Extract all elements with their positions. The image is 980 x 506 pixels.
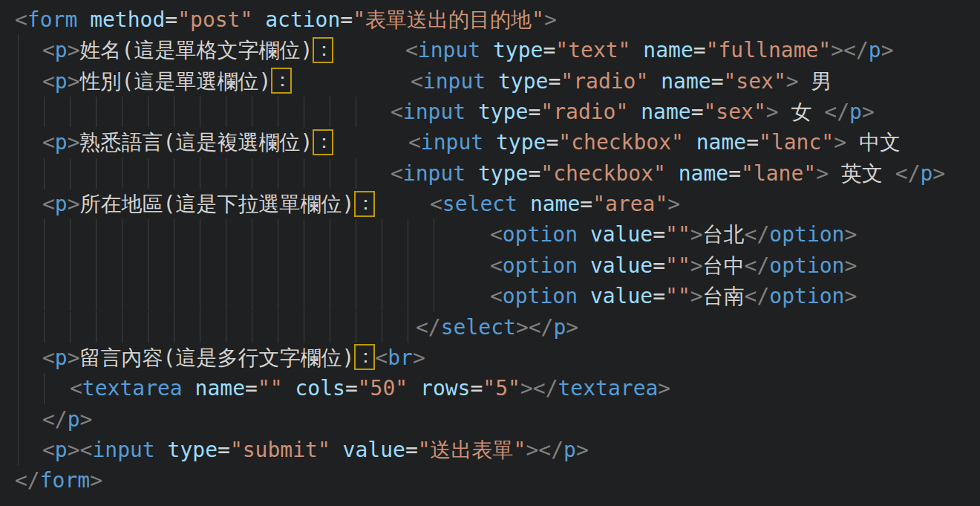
code-token: = [548, 69, 561, 94]
code-token: "" [258, 376, 283, 400]
code-token [648, 69, 661, 94]
code-token: > [690, 284, 703, 308]
code-token: option [769, 222, 844, 247]
code-token [684, 130, 696, 155]
code-token: > [881, 38, 894, 62]
code-token: < [375, 346, 388, 370]
code-token: 姓名(這是單格文字欄位) [80, 38, 313, 62]
code-segment: <input type="text" name="fullname"></p> [405, 35, 894, 65]
code-token: 中文 [846, 130, 901, 155]
code-segment: </form> [15, 465, 102, 496]
code-token: p [921, 161, 933, 186]
code-token: > [413, 346, 425, 370]
code-token: type [496, 130, 546, 155]
code-token: = [165, 7, 177, 32]
code-segment: <select name="area"> [430, 189, 680, 219]
code-line-9: <option value="">台中</option> [0, 250, 980, 281]
code-token: = [691, 100, 704, 124]
code-line-1: <form method="post" action="表單送出的目的地"> [0, 4, 980, 35]
code-token: option [503, 253, 578, 278]
code-token: > [690, 222, 703, 247]
code-token [183, 376, 195, 400]
code-token [330, 438, 343, 462]
code-segment: <option value="">台中</option> [490, 250, 857, 281]
code-token: = [693, 38, 706, 62]
code-line-14: </p> [0, 404, 980, 435]
code-segment: <form method="post" action="表單送出的目的地"> [15, 4, 557, 35]
code-line-12: <p>留言內容(這是多行文字欄位)：<br> [0, 343, 980, 373]
code-token: name [195, 376, 245, 400]
code-token [578, 222, 590, 247]
code-token [666, 161, 679, 186]
code-line-6: <input type="checkbox" name="lane"> 英文 <… [0, 158, 980, 189]
code-token: "sex" [703, 100, 765, 124]
code-token [630, 38, 643, 62]
code-token: "checkbox" [558, 130, 684, 155]
code-token [408, 376, 420, 400]
code-line-3: <p>性別(這是單選欄位)：<input type="radio" name="… [0, 66, 980, 97]
code-token: value [590, 222, 653, 247]
code-token: = [653, 253, 665, 278]
code-token: < [391, 161, 403, 186]
code-token: action [265, 7, 340, 32]
code-token: type [478, 100, 528, 124]
code-token: "submit" [230, 438, 330, 462]
code-token: option [769, 253, 844, 278]
code-token: > [844, 284, 857, 308]
code-token [283, 376, 295, 400]
code-token: > [862, 100, 875, 124]
code-segment: <p>姓名(這是單格文字欄位)： [42, 35, 333, 65]
unicode-highlight-colon: ： [271, 68, 292, 94]
code-token: input [421, 130, 483, 155]
code-token: p [55, 438, 68, 462]
code-token: < [391, 100, 403, 124]
indent-guides [18, 373, 48, 403]
code-segment: <textarea name="" cols="50" rows="5"></t… [70, 373, 670, 403]
code-token: > [786, 69, 799, 94]
unicode-highlight-colon: ： [313, 129, 333, 155]
code-segment: <input type="radio" name="sex"> 女 </p> [391, 97, 875, 127]
code-editor[interactable]: <form method="post" action="表單送出的目的地"><p… [0, 0, 980, 506]
code-token: "post" [177, 7, 252, 32]
code-token: > [80, 407, 93, 432]
unicode-highlight-colon: ： [354, 344, 375, 370]
code-token: < [42, 69, 55, 94]
code-token: input [423, 69, 486, 94]
indent-guides [18, 281, 445, 311]
code-token: "fullname" [706, 38, 832, 62]
code-token: "" [665, 253, 690, 278]
code-token: < [70, 376, 82, 400]
code-token: "checkbox" [540, 161, 666, 186]
code-token: 台北 [703, 222, 745, 247]
code-token: "" [665, 222, 690, 247]
code-segment: </p> [42, 404, 92, 435]
code-token: = [746, 130, 759, 155]
code-token: 所在地區(這是下拉選單欄位) [80, 192, 355, 216]
code-token: type [498, 69, 548, 94]
code-token: p [68, 407, 80, 432]
code-segment: <input type="checkbox" name="lanc"> 中文 [408, 127, 901, 158]
code-segment: <p>留言內容(這是多行文字欄位)：<br> [42, 343, 425, 373]
code-line-11: </select></p> [0, 312, 980, 343]
code-token [517, 192, 530, 216]
code-token: textarea [558, 376, 659, 400]
code-token: ></ [520, 376, 558, 400]
code-token: < [408, 130, 421, 155]
code-token: < [42, 38, 55, 62]
code-token: "" [665, 284, 690, 308]
code-token: option [769, 284, 844, 308]
indent-guides [18, 250, 445, 281]
code-token: = [543, 38, 555, 62]
code-token: > [544, 7, 557, 32]
code-token: name [661, 69, 710, 94]
code-token: p [55, 130, 68, 155]
code-token: value [343, 438, 405, 462]
code-token: "50" [358, 376, 408, 400]
code-token: 女 [779, 100, 825, 124]
code-line-16: </form> [0, 465, 980, 496]
indent-guides [18, 219, 445, 250]
code-token: 性別(這是單選欄位) [80, 69, 272, 94]
code-token: input [403, 161, 466, 186]
code-line-13: <textarea name="" cols="50" rows="5"></t… [0, 373, 980, 403]
code-token: 留言內容(這是多行文字欄位) [80, 346, 355, 370]
